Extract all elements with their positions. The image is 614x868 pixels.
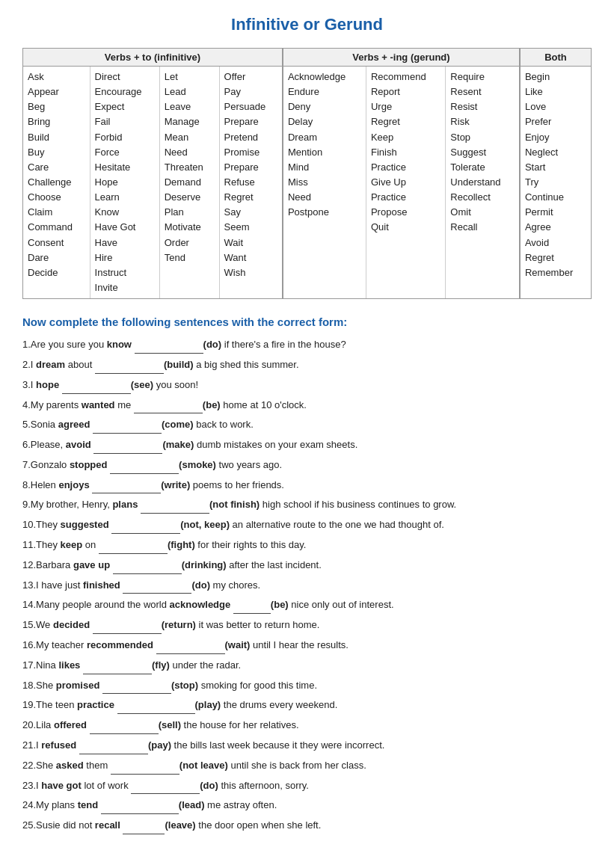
verb-item: Tend — [165, 250, 215, 265]
blank-line — [111, 758, 179, 775]
hint: (build) — [164, 359, 194, 370]
key-verb: refused — [41, 739, 76, 751]
verb-item: Dream — [288, 130, 361, 145]
verb-item: Report — [371, 84, 440, 99]
sentence-item: 8.Helen enjoys (write) poems to her frie… — [22, 478, 592, 494]
verb-item: Dare — [28, 250, 85, 265]
verb-item: Omit — [450, 205, 515, 220]
verb-item: Resist — [450, 99, 515, 114]
sentence-num: 19. — [22, 699, 36, 710]
key-verb: enjoys — [58, 479, 89, 490]
key-verb: plans — [112, 499, 138, 510]
blank-line — [113, 558, 182, 574]
hint: (be) — [271, 599, 289, 610]
verb-item: Buy — [28, 145, 85, 160]
sentence-num: 8. — [22, 479, 31, 490]
sentence-num: 21. — [22, 739, 36, 751]
verb-item: Continue — [525, 190, 586, 205]
verb-item: Mention — [288, 145, 361, 160]
verb-item: Motivate — [165, 220, 215, 235]
verb-item: Regret — [224, 190, 277, 205]
sentence-num: 4. — [22, 399, 31, 410]
sentence-item: 24.My plans tend (lead) me astray often. — [22, 798, 592, 814]
verb-item: Propose — [371, 205, 440, 220]
verb-item: Practice — [371, 160, 440, 175]
sentence-num: 1. — [22, 339, 31, 350]
sentence-num: 23. — [22, 780, 36, 791]
blank-line — [90, 718, 159, 734]
sentences-list: 1.Are you sure you know (do) if there's … — [22, 337, 592, 834]
verb-item: Appear — [28, 84, 85, 99]
verb-item: Suggest — [450, 145, 515, 160]
blank-line — [93, 417, 162, 434]
verb-table: Verbs + to (infinitive) Verbs + -ing (ge… — [22, 48, 592, 299]
key-verb: asked — [56, 760, 84, 771]
verb-item: Direct — [95, 70, 155, 84]
verb-item: Like — [525, 84, 586, 99]
sentence-num: 6. — [22, 439, 31, 450]
blank-line — [134, 398, 203, 414]
verb-item: Decide — [28, 265, 85, 280]
verb-item: Neglect — [525, 145, 586, 160]
verb-item: Order — [165, 236, 215, 250]
verb-item: Prepare — [224, 114, 277, 129]
verb-item: Seem — [224, 220, 277, 235]
blank-line — [101, 798, 179, 814]
hint: (pay) — [148, 739, 171, 751]
verb-item: Prefer — [525, 114, 586, 129]
verb-item: Urge — [371, 99, 440, 114]
sentence-item: 2.I dream about (build) a big shed this … — [22, 357, 592, 374]
verb-item: Force — [95, 145, 155, 160]
verb-item: Miss — [288, 175, 361, 190]
sentence-num: 20. — [22, 719, 36, 730]
key-verb: promised — [56, 680, 100, 691]
verb-item: Invite — [95, 280, 155, 295]
hint: (fly) — [152, 659, 170, 671]
verb-item: Have Got — [95, 220, 155, 235]
verb-item: Know — [95, 205, 155, 220]
verb-item: Command — [28, 220, 85, 235]
sentence-num: 22. — [22, 760, 36, 771]
verb-item: Delay — [288, 114, 361, 129]
hint: (not leave) — [179, 760, 228, 771]
key-verb: offered — [54, 719, 87, 730]
key-verb: recommended — [87, 639, 153, 650]
hint: (lead) — [179, 799, 205, 810]
verb-item: Expect — [95, 99, 155, 114]
sentence-item: 9.My brother, Henry, plans (not finish) … — [22, 497, 592, 514]
key-verb: suggested — [61, 519, 109, 530]
verb-item: Fail — [95, 114, 155, 129]
hint: (return) — [162, 619, 196, 630]
hint: (play) — [195, 699, 221, 710]
verb-item: Choose — [28, 190, 85, 205]
verb-item: Deserve — [165, 190, 215, 205]
verb-item: Threaten — [165, 160, 215, 175]
verb-item: Agree — [525, 220, 586, 235]
verb-item: Regret — [371, 114, 440, 129]
verb-item: Beg — [28, 99, 85, 114]
key-verb: likes — [58, 659, 80, 671]
hint: (make) — [162, 439, 194, 450]
sentence-item: 21.I refused (pay) the bills last week b… — [22, 738, 592, 754]
verb-item: Acknowledge — [288, 70, 361, 84]
verb-item: Begin — [525, 70, 586, 84]
hint: (drinking) — [182, 559, 227, 570]
verb-item: Plan — [165, 205, 215, 220]
verb-item: Understand — [450, 175, 515, 190]
verb-item: Remember — [525, 265, 586, 280]
verb-item: Need — [165, 145, 215, 160]
blank-line — [123, 578, 191, 594]
sentence-item: 1.Are you sure you know (do) if there's … — [22, 337, 592, 354]
verb-item: Refuse — [224, 175, 277, 190]
key-verb: decided — [53, 619, 90, 630]
key-verb: know — [107, 339, 132, 350]
hint: (come) — [162, 419, 194, 430]
sentence-item: 4.My parents wanted me (be) home at 10 o… — [22, 398, 592, 414]
verb-item: Pay — [224, 84, 277, 99]
verb-item: Prepare — [224, 160, 277, 175]
sentence-item: 18.She promised (stop) smoking for good … — [22, 678, 592, 695]
blank-line — [117, 698, 195, 714]
verb-item: Deny — [288, 99, 361, 114]
verb-item: Instruct — [95, 265, 155, 280]
key-verb: have got — [41, 780, 81, 791]
